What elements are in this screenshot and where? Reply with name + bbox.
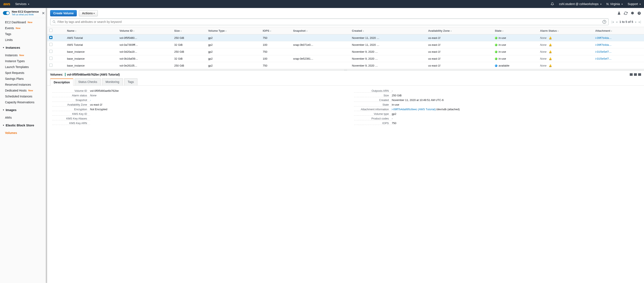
cell-iops: 750: [261, 62, 291, 69]
alarm-icon[interactable]: [549, 36, 552, 39]
filter-help-icon[interactable]: ?: [602, 20, 606, 24]
page-first-icon[interactable]: |◂: [612, 20, 614, 24]
detail-row: Product codes-: [354, 116, 639, 121]
detail-value[interactable]: -: [90, 99, 91, 102]
detail-panel: Volumes: vol-0f5f5480ae6b762be (AWS Tuto…: [47, 71, 644, 283]
column-header[interactable]: State▾: [493, 27, 538, 35]
table-row[interactable]: AWS Tutorial vol-0f5f5480… 250 GiB gp2 7…: [47, 35, 644, 41]
create-volume-button[interactable]: Create Volume: [50, 10, 77, 16]
column-header[interactable]: Volume ID▾: [118, 27, 172, 35]
aws-logo[interactable]: aws: [3, 2, 10, 6]
table-row[interactable]: base_instance vol-0b16af39… 32 GiB gp2 1…: [47, 55, 644, 62]
sidebar-item[interactable]: Launch Templates: [0, 64, 47, 70]
close-icon[interactable]: ✕: [42, 11, 45, 16]
sidebar-item[interactable]: Savings Plans: [0, 76, 47, 82]
sidebar-item[interactable]: Scheduled Instances: [0, 93, 47, 99]
account-menu[interactable]: cshl.student @ cshlworkshops: [559, 2, 602, 6]
services-menu[interactable]: Services: [15, 2, 29, 6]
help-icon[interactable]: ?: [637, 11, 641, 15]
page-next-icon[interactable]: ▸: [635, 20, 637, 24]
row-checkbox[interactable]: [49, 57, 52, 60]
detail-label: KMS Key Aliases: [52, 117, 90, 120]
new-experience-feedback-link[interactable]: Tell us what you think: [12, 13, 39, 16]
alarm-icon[interactable]: [549, 64, 552, 67]
sidebar-item[interactable]: AMIs: [0, 115, 47, 121]
sidebar-item[interactable]: EC2 DashboardNew: [0, 19, 47, 25]
notifications-icon[interactable]: [551, 2, 554, 6]
sidebar-item[interactable]: Spot Requests: [0, 70, 47, 76]
detail-row: Volume typegp2: [354, 112, 639, 116]
detail-tab[interactable]: Description: [50, 79, 74, 86]
actions-button[interactable]: Actions ▾: [79, 10, 98, 16]
detail-value[interactable]: i-09ff7b4da895c6eec (AWS Tutorial):/dev/…: [392, 108, 460, 111]
sidebar-item[interactable]: Limits: [0, 37, 47, 43]
cell-iops: 750: [261, 35, 291, 41]
cell-attachment[interactable]: i-09ff7b4da…: [593, 35, 644, 41]
detail-row: Volume IDvol-0f5f5480ae6b762be: [52, 89, 337, 93]
sidebar-item[interactable]: Capacity Reservations: [0, 99, 47, 105]
column-header[interactable]: Volume Type▾: [206, 27, 260, 35]
sidebar-item[interactable]: Tags: [0, 31, 47, 37]
table-row[interactable]: base_instance vol-0e26105… 250 GiB gp2 7…: [47, 62, 644, 69]
row-checkbox[interactable]: [49, 50, 52, 53]
row-checkbox[interactable]: [49, 36, 52, 39]
sidebar-item[interactable]: Volumes: [0, 130, 47, 136]
region-menu[interactable]: N. Virginia: [606, 2, 622, 6]
filter-box[interactable]: ?: [50, 19, 608, 25]
new-experience-toggle[interactable]: [3, 11, 10, 15]
detail-tab[interactable]: Monitoring: [102, 78, 123, 85]
sidebar-item[interactable]: EventsNew: [0, 25, 47, 31]
page-last-icon[interactable]: ▸|: [639, 20, 641, 24]
panel-splitter[interactable]: • • •: [47, 69, 644, 71]
sidebar-item[interactable]: InstancesNew: [0, 52, 47, 58]
column-header[interactable]: Size▾: [172, 27, 206, 35]
support-menu[interactable]: Support: [628, 2, 641, 6]
column-header[interactable]: Name▾: [65, 27, 117, 35]
cell-volume-id: vol-0a7393fff…: [118, 41, 172, 48]
cell-attachment[interactable]: i-09ff7b4da…: [593, 41, 644, 48]
column-header[interactable]: Snapshot▾: [291, 27, 350, 35]
column-header[interactable]: Alarm Status▾: [538, 27, 593, 35]
alarm-icon[interactable]: [549, 50, 552, 53]
detail-tab[interactable]: Tags: [124, 78, 138, 85]
sidebar-section-header[interactable]: Elastic Block Store: [0, 122, 47, 129]
detail-label: Availability Zone: [52, 103, 90, 106]
flask-icon[interactable]: [617, 11, 621, 15]
cell-created: November 11, 2020 …: [350, 35, 426, 41]
row-checkbox[interactable]: [49, 43, 52, 46]
column-header[interactable]: Attachment▾: [593, 27, 644, 35]
row-checkbox[interactable]: [49, 64, 52, 67]
cell-attachment[interactable]: i-01f3e5ef7…: [593, 48, 644, 55]
column-header[interactable]: Created▾: [350, 27, 426, 35]
panel-layout-1-icon[interactable]: [630, 73, 633, 76]
sidebar-item[interactable]: Instance Types: [0, 58, 47, 64]
sidebar-item[interactable]: Dedicated HostsNew: [0, 88, 47, 93]
settings-icon[interactable]: [630, 11, 634, 15]
cell-attachment[interactable]: [593, 62, 644, 69]
refresh-icon[interactable]: [624, 11, 628, 15]
page-info: 1 to 5 of 5: [620, 20, 633, 24]
table-row[interactable]: base_instance vol-0d20a19… 250 GiB gp2 7…: [47, 48, 644, 55]
new-experience-title: New EC2 Experience: [12, 10, 39, 13]
detail-label: KMS Key ARN: [52, 122, 90, 125]
sidebar-scrollbar[interactable]: [46, 8, 47, 283]
sidebar-item[interactable]: Reserved Instances: [0, 82, 47, 88]
detail-label: Product codes: [354, 117, 392, 120]
sidebar-section-header[interactable]: Images: [0, 106, 47, 113]
sidebar-section-header[interactable]: Instances: [0, 44, 47, 51]
alarm-icon[interactable]: [549, 57, 552, 60]
cell-attachment[interactable]: i-01f3e5ef7…: [593, 55, 644, 62]
cell-volume-id: vol-0b16af39…: [118, 55, 172, 62]
cell-size: 250 GiB: [172, 35, 206, 41]
filter-input[interactable]: [58, 20, 601, 24]
page-prev-icon[interactable]: ◂: [616, 20, 617, 24]
column-header[interactable]: IOPS▾: [261, 27, 291, 35]
panel-layout-2-icon[interactable]: [634, 73, 637, 76]
table-row[interactable]: AWS Tutorial vol-0a7393fff… 32 GiB gp2 1…: [47, 41, 644, 48]
select-all-checkbox[interactable]: [49, 29, 52, 32]
panel-layout-3-icon[interactable]: [638, 73, 641, 76]
detail-tab[interactable]: Status Checks: [75, 78, 101, 85]
alarm-icon[interactable]: [549, 43, 552, 46]
column-header[interactable]: Availability Zone▾: [426, 27, 493, 35]
detail-value: None: [90, 94, 96, 97]
